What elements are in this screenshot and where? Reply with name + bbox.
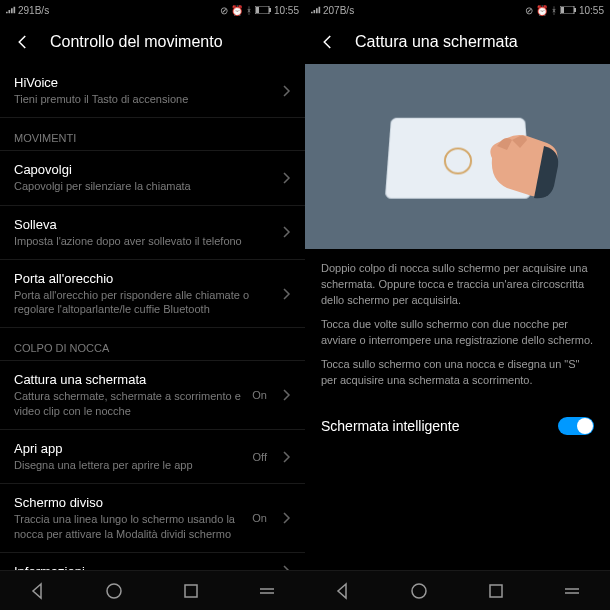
svg-rect-4	[185, 585, 197, 597]
svg-rect-7	[561, 7, 564, 13]
battery-icon	[255, 6, 271, 14]
item-subtitle: Traccia una linea lungo lo schermo usand…	[14, 512, 252, 541]
network-speed: 207B/s	[323, 5, 354, 16]
header: Cattura una schermata	[305, 20, 610, 64]
item-title: Capovolgi	[14, 162, 275, 177]
dnd-icon: ⊘	[220, 5, 228, 16]
back-icon[interactable]	[14, 33, 32, 51]
back-icon[interactable]	[319, 33, 337, 51]
chevron-right-icon	[283, 85, 291, 97]
svg-rect-9	[490, 585, 502, 597]
nav-notification-icon[interactable]	[562, 581, 582, 601]
toggle-state: Off	[253, 451, 267, 463]
nav-recent-icon[interactable]	[486, 581, 506, 601]
item-title: Cattura una schermata	[14, 372, 252, 387]
chevron-right-icon	[283, 288, 291, 300]
signal-icon	[6, 6, 16, 14]
description-block: Doppio colpo di nocca sullo schermo per …	[305, 249, 610, 401]
chevron-right-icon	[283, 172, 291, 184]
chevron-right-icon	[283, 512, 291, 524]
dnd-icon: ⊘	[525, 5, 533, 16]
signal-icon	[311, 6, 321, 14]
nav-back-icon[interactable]	[333, 581, 353, 601]
item-subtitle: Disegna una lettera per aprire le app	[14, 458, 253, 472]
header: Controllo del movimento	[0, 20, 305, 64]
nav-bar	[305, 570, 610, 610]
toggle-state: On	[252, 389, 267, 401]
chevron-right-icon	[283, 226, 291, 238]
item-subtitle: Imposta l'azione dopo aver sollevato il …	[14, 234, 275, 248]
smart-screenshot-toggle[interactable]: Schermata intelligente	[305, 401, 610, 447]
item-informazioni[interactable]: Informazioni	[0, 553, 305, 570]
section-nocca: COLPO DI NOCCA	[0, 328, 305, 361]
status-bar: 291B/s ⊘ ⏰ ᚼ 10:55	[0, 0, 305, 20]
nav-notification-icon[interactable]	[257, 581, 277, 601]
alarm-icon: ⏰	[231, 5, 243, 16]
item-subtitle: Tieni premuto il Tasto di accensione	[14, 92, 275, 106]
screen-motion-control: 291B/s ⊘ ⏰ ᚼ 10:55 Controllo del movimen…	[0, 0, 305, 610]
item-title: Porta all'orecchio	[14, 271, 275, 286]
clock: 10:55	[274, 5, 299, 16]
battery-icon	[560, 6, 576, 14]
svg-rect-1	[269, 8, 271, 12]
alarm-icon: ⏰	[536, 5, 548, 16]
desc-3: Tocca sullo schermo con una nocca e dise…	[321, 357, 594, 389]
page-title: Cattura una schermata	[355, 33, 518, 51]
clock: 10:55	[579, 5, 604, 16]
section-movimenti: MOVIMENTI	[0, 118, 305, 151]
nav-bar	[0, 570, 305, 610]
item-title: Apri app	[14, 441, 253, 456]
network-speed: 291B/s	[18, 5, 49, 16]
svg-point-3	[107, 584, 121, 598]
item-title: Solleva	[14, 217, 275, 232]
svg-rect-2	[256, 7, 259, 13]
item-subtitle: Capovolgi per silenziare la chiamata	[14, 179, 275, 193]
item-hivoice[interactable]: HiVoice Tieni premuto il Tasto di accens…	[0, 64, 305, 118]
item-capovolgi[interactable]: Capovolgi Capovolgi per silenziare la ch…	[0, 151, 305, 205]
knuckle-illustration	[305, 64, 610, 249]
nav-home-icon[interactable]	[104, 581, 124, 601]
switch-on[interactable]	[558, 417, 594, 435]
item-title: Schermo diviso	[14, 495, 252, 510]
status-bar: 207B/s ⊘ ⏰ ᚼ 10:55	[305, 0, 610, 20]
nav-home-icon[interactable]	[409, 581, 429, 601]
chevron-right-icon	[283, 389, 291, 401]
item-subtitle: Porta all'orecchio per rispondere alle c…	[14, 288, 275, 317]
page-title: Controllo del movimento	[50, 33, 223, 51]
screen-capture: 207B/s ⊘ ⏰ ᚼ 10:55 Cattura una schermata	[305, 0, 610, 610]
item-title: HiVoice	[14, 75, 275, 90]
toggle-state: On	[252, 512, 267, 524]
chevron-right-icon	[283, 451, 291, 463]
hand-icon	[472, 128, 562, 203]
desc-1: Doppio colpo di nocca sullo schermo per …	[321, 261, 594, 309]
item-solleva[interactable]: Solleva Imposta l'azione dopo aver solle…	[0, 206, 305, 260]
item-schermo-diviso[interactable]: Schermo diviso Traccia una linea lungo l…	[0, 484, 305, 553]
toggle-label: Schermata intelligente	[321, 418, 558, 434]
svg-rect-6	[574, 8, 576, 12]
desc-2: Tocca due volte sullo schermo con due no…	[321, 317, 594, 349]
item-subtitle: Cattura schermate, schermate a scorrimen…	[14, 389, 252, 418]
item-apri-app[interactable]: Apri app Disegna una lettera per aprire …	[0, 430, 305, 484]
bluetooth-icon: ᚼ	[551, 5, 557, 16]
nav-back-icon[interactable]	[28, 581, 48, 601]
nav-recent-icon[interactable]	[181, 581, 201, 601]
svg-point-8	[412, 584, 426, 598]
item-cattura-schermata[interactable]: Cattura una schermata Cattura schermate,…	[0, 361, 305, 430]
item-porta-orecchio[interactable]: Porta all'orecchio Porta all'orecchio pe…	[0, 260, 305, 329]
bluetooth-icon: ᚼ	[246, 5, 252, 16]
